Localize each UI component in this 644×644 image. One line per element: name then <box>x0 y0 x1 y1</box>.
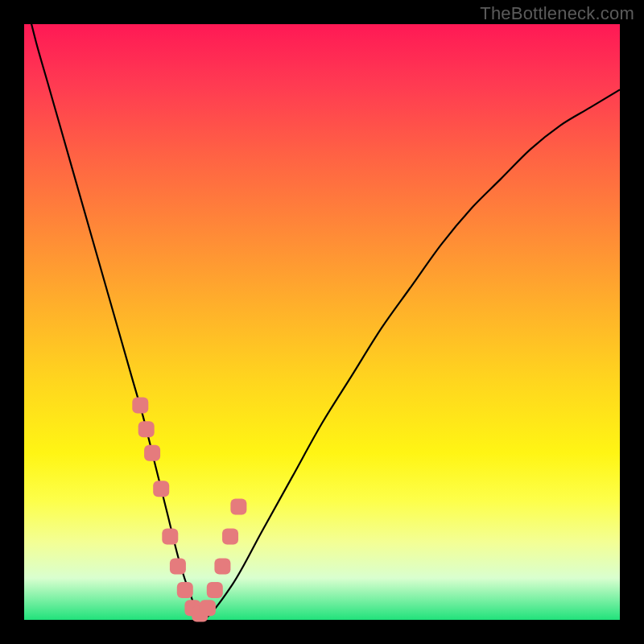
marker-point <box>207 582 223 598</box>
marker-point <box>144 445 160 461</box>
marker-point <box>153 481 169 497</box>
chart-svg <box>24 24 620 620</box>
marker-point <box>214 558 230 574</box>
marker-point <box>162 528 178 544</box>
marker-point <box>170 558 186 574</box>
marker-point <box>222 528 238 544</box>
bottleneck-curve <box>24 0 620 620</box>
watermark-text: TheBottleneck.com <box>480 3 634 24</box>
marker-point <box>138 421 155 437</box>
outer-frame: TheBottleneck.com <box>0 0 644 644</box>
plot-area <box>24 24 620 620</box>
marker-point <box>177 582 193 598</box>
marker-point <box>230 498 246 514</box>
marker-point <box>132 398 148 414</box>
marker-point <box>200 600 216 616</box>
